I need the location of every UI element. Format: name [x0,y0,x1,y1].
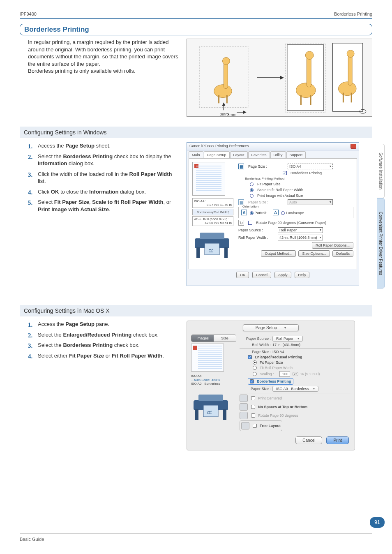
svg-rect-34 [198,395,223,401]
win-tabs: Main Page Setup Layout Favorites Utility… [187,150,359,158]
mac-paper-source-label: Paper Source : [240,337,271,341]
side-tab-driver-features[interactable]: Convenient Printer Driver Features [377,198,385,289]
paper-source-select[interactable]: Roll Paper▾ [278,227,323,233]
mac-scaling-input[interactable]: 100 [279,371,290,377]
section-heading-mac: Configuring Settings in Mac OS X [20,305,372,316]
mac-radio-fit-roll[interactable] [253,366,257,370]
orientation-group: Orientation A Portrait A Landscape [238,207,353,218]
preview1-arrow: ↓Borderless(Roll Width) [192,209,233,215]
mac-step-2: Select the Enlarged/Reduced Printing che… [28,331,180,339]
borderless-label: Borderless Printing [291,171,322,175]
output-method-button[interactable]: Output Method... [261,250,296,257]
svg-marker-10 [280,76,284,80]
svg-point-4 [222,58,230,65]
mac-borderless-checkbox[interactable] [250,379,254,383]
roll-options-button[interactable]: Roll Paper Options... [312,242,353,249]
mac-enlarged-checkbox[interactable] [248,355,252,359]
svg-rect-36 [223,409,226,420]
preview1-title: ISO A4 : 8.27 in x 11.69 in [192,198,233,208]
mac-page-size-value: ISO A4 [272,350,284,354]
radio-actual-size[interactable] [250,194,254,198]
win-dialog-title: Canon iPFxxxx Printing Preferences [189,144,249,149]
mac-centered-checkbox[interactable] [251,396,255,400]
close-icon[interactable] [350,144,356,149]
side-tabs: Software Installation Convenient Printer… [377,144,385,289]
footer-guide: Basic Guide [20,537,44,542]
mac-page-size-label: Page Size : [240,350,271,354]
mac-paper-size2-label: Paper Size : [240,387,271,391]
help-button[interactable]: Help [295,272,310,278]
borderless-diagram: 3mm [187,39,372,117]
svg-rect-3 [224,62,228,88]
stepper-icon[interactable]: ▴▾ [293,372,298,376]
header-right: Borderless Printing [334,12,372,16]
mac-roll-width-value: 17 in. (431.8mm) [272,343,300,347]
paper-size-select[interactable]: Auto▾ [288,199,333,205]
svg-text:R: R [206,411,213,415]
ok-button[interactable]: OK [236,272,249,278]
radio-landscape[interactable] [281,211,285,215]
tab-support[interactable]: Support [286,151,306,158]
method-group-label: Borderless Printing Method [245,177,353,180]
tab-page-setup[interactable]: Page Setup [204,151,230,158]
mac-step-3: Select the Borderless Printing check box… [28,342,180,349]
footer-rule [20,533,372,533]
borderless-checkbox[interactable] [283,171,287,175]
mac-rotate-checkbox[interactable] [251,413,255,418]
win-step-3: Click the width of the loaded roll in th… [28,171,180,185]
tab-size[interactable]: Size [214,335,236,342]
mac-paper-source-select[interactable]: Roll Paper▾ [272,336,303,342]
mac-pane-select[interactable]: Page Setup▾ [243,324,299,331]
tab-layout[interactable]: Layout [230,151,248,158]
mac-preview-title: ISO A4 [191,374,236,378]
tab-images[interactable]: Images [191,335,214,342]
tab-favorites[interactable]: Favorites [248,151,270,158]
svg-rect-29 [196,247,200,258]
page-size-select[interactable]: ISO A4▾ [288,164,333,169]
rotate-icon: ↻ [238,220,244,226]
mac-radio-fit-paper[interactable] [253,360,257,365]
roll-width-select[interactable]: 42-in. Roll (1066.8mm)▾ [278,235,323,240]
mac-nospace-checkbox[interactable] [251,405,255,409]
section-heading-windows: Configuring Settings in Windows [20,127,372,138]
radio-portrait[interactable] [250,211,254,215]
cancel-button[interactable]: Cancel [252,272,271,278]
svg-text:R: R [208,249,214,253]
win-step-1: Access the Page Setup sheet. [28,142,180,150]
mac-cancel-button[interactable]: Cancel [295,436,322,444]
rotate-icon-mac [240,412,248,419]
centered-icon [240,395,248,402]
svg-rect-30 [224,247,228,258]
page-preview-thumb [192,162,225,196]
mac-preview-scale: ↓Auto Scale :423% [191,378,236,382]
nospace-icon [240,403,248,411]
mm-label-2: 3mm [227,113,236,117]
page-title: Borderless Printing [24,25,368,34]
defaults-button[interactable]: Defaults [332,250,353,257]
mac-enlarged-label: Enlarged/Reduced Printing [255,355,302,359]
mac-steps: Access the Page Setup pane. Select the E… [20,321,180,362]
mac-print-button[interactable]: Print [326,436,349,444]
rotate-label: Rotate Page 90 degrees (Conserve Paper) [256,221,326,225]
mac-freelayout-checkbox[interactable] [253,424,257,428]
win-step-4: Click OK to close the Information dialog… [28,188,180,196]
tab-utility[interactable]: Utility [270,151,286,158]
mac-paper-size2-select[interactable]: ISO A0 - Borderless▾ [272,386,318,392]
paper-size-label: Paper Size : [248,200,285,204]
mac-tab-segment[interactable]: Images Size [191,335,236,342]
radio-fit-paper[interactable] [250,182,254,186]
landscape-icon: A [273,210,279,215]
size-options-button[interactable]: Size Options... [298,250,330,257]
rotate-checkbox[interactable] [248,221,252,225]
mac-roll-width-label: Roll Width : [240,343,271,347]
svg-point-13 [296,83,316,98]
tab-main[interactable]: Main [189,151,203,158]
apply-button[interactable]: Apply [274,272,291,278]
mac-radio-scaling[interactable] [253,372,257,376]
svg-marker-26 [243,111,247,114]
svg-point-19 [338,82,356,96]
radio-scale-roll[interactable] [250,188,254,192]
side-tab-installation[interactable]: Software Installation [377,144,385,198]
page-size-label: Page Size : [248,164,285,169]
portrait-icon: A [241,210,247,215]
